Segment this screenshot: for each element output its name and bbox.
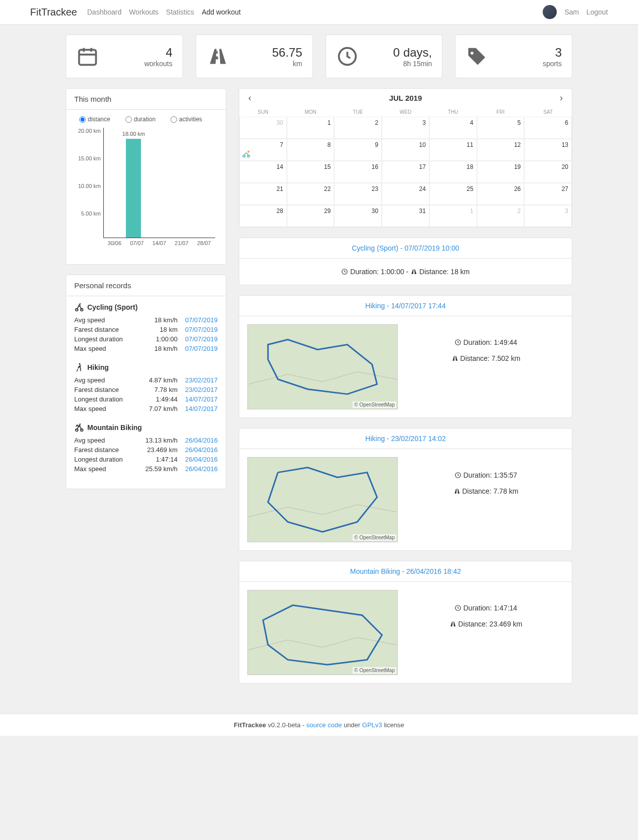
record-date: 14/07/2017: [178, 395, 218, 403]
cal-cell[interactable]: 26: [477, 183, 525, 205]
cal-cell[interactable]: 21: [239, 183, 287, 205]
footer-source-link[interactable]: source code: [306, 721, 342, 729]
record-date-link[interactable]: 14/07/2017: [185, 405, 218, 412]
cal-cell[interactable]: 19: [477, 161, 525, 183]
cal-cell[interactable]: 20: [524, 161, 572, 183]
nav-statistics[interactable]: Statistics: [166, 8, 194, 16]
cal-cell[interactable]: 31: [382, 205, 429, 227]
record-row: Longest duration1:47:1426/04/2016: [74, 455, 218, 464]
nav-right: Sam Logout: [543, 5, 608, 19]
workout-title-link[interactable]: Hiking - 23/02/2017 14:02: [365, 435, 445, 443]
record-date-link[interactable]: 07/07/2019: [185, 345, 218, 352]
radio-duration[interactable]: duration: [125, 116, 155, 123]
svg-rect-0: [79, 50, 96, 65]
cycling-icon: [242, 149, 251, 158]
cal-cell[interactable]: 14: [239, 161, 287, 183]
record-date-link[interactable]: 26/04/2016: [185, 446, 218, 454]
cal-cell[interactable]: 16: [334, 161, 382, 183]
record-value: 18 km: [137, 326, 178, 333]
cal-cell[interactable]: 30: [239, 117, 287, 139]
cal-cell[interactable]: 11: [429, 139, 477, 161]
chart-radio-row: distance duration activities: [74, 116, 218, 123]
record-date-link[interactable]: 07/07/2019: [185, 326, 218, 333]
record-date-link[interactable]: 07/07/2019: [185, 335, 218, 343]
stat-sports: 3 sports: [455, 35, 572, 78]
svg-point-11: [247, 150, 250, 153]
cal-prev[interactable]: ‹: [245, 93, 254, 103]
cal-cell[interactable]: 4: [429, 117, 477, 139]
record-date-link[interactable]: 26/04/2016: [185, 456, 218, 463]
cal-next[interactable]: ›: [557, 93, 566, 103]
nav-logout[interactable]: Logout: [586, 8, 608, 16]
record-row: Longest duration1:00:0007/07/2019: [74, 334, 218, 344]
cal-cell[interactable]: 10: [382, 139, 429, 161]
record-value: 23.469 km: [137, 446, 178, 454]
nav-add-workout[interactable]: Add workout: [202, 8, 241, 16]
svg-rect-13: [248, 325, 397, 409]
cal-cell[interactable]: 6: [524, 117, 572, 139]
cal-cell[interactable]: 3: [382, 117, 429, 139]
workout-map[interactable]: © OpenStreetMap: [247, 324, 398, 409]
svg-point-8: [79, 424, 81, 425]
avatar[interactable]: [543, 5, 557, 19]
record-date-link[interactable]: 23/02/2017: [185, 376, 218, 384]
workout-title-link[interactable]: Cycling (Sport) - 07/07/2019 10:00: [352, 244, 459, 252]
cal-cell[interactable]: 27: [524, 183, 572, 205]
record-date-link[interactable]: 14/07/2017: [185, 395, 218, 403]
cal-cell[interactable]: 5: [477, 117, 525, 139]
nav-workouts[interactable]: Workouts: [129, 8, 158, 16]
month-chart-card: This month distance duration activities …: [66, 88, 226, 265]
stat-distance-value: 56.75: [272, 46, 302, 60]
record-metric: Farest distance: [74, 326, 137, 333]
cal-cell[interactable]: 22: [287, 183, 335, 205]
record-value: 4.87 km/h: [137, 376, 178, 384]
cal-cell[interactable]: 30: [334, 205, 382, 227]
brand[interactable]: FitTrackee: [30, 7, 77, 18]
cal-cell[interactable]: 9: [334, 139, 382, 161]
records-title: Personal records: [66, 275, 226, 296]
svg-point-4: [79, 303, 81, 305]
record-metric: Max speed: [74, 465, 137, 473]
workout-title-link[interactable]: Mountain Biking - 26/04/2016 18:42: [350, 567, 461, 575]
cal-cell[interactable]: 2: [477, 205, 525, 227]
map-credit: © OpenStreetMap: [353, 534, 396, 541]
cal-cell[interactable]: 24: [382, 183, 429, 205]
cal-cell[interactable]: 2: [334, 117, 382, 139]
record-date: 26/04/2016: [178, 437, 218, 444]
record-date-link[interactable]: 26/04/2016: [185, 465, 218, 473]
cal-cell[interactable]: 8: [287, 139, 335, 161]
stat-distance-label: km: [272, 60, 302, 68]
cal-cell[interactable]: 18: [429, 161, 477, 183]
cal-cell[interactable]: 1: [287, 117, 335, 139]
nav-user[interactable]: Sam: [564, 8, 579, 16]
workout-map[interactable]: © OpenStreetMap: [247, 457, 398, 542]
radio-distance[interactable]: distance: [79, 116, 110, 123]
cal-cell[interactable]: 1: [429, 205, 477, 227]
cal-cell[interactable]: 23: [334, 183, 382, 205]
cal-cell[interactable]: 28: [239, 205, 287, 227]
record-value: 25.59 km/h: [137, 465, 178, 473]
record-date-link[interactable]: 07/07/2019: [185, 316, 218, 324]
nav-dashboard[interactable]: Dashboard: [87, 8, 122, 16]
footer-license-link[interactable]: GPLv3: [362, 721, 382, 729]
cal-cell[interactable]: 29: [287, 205, 335, 227]
workout-map[interactable]: © OpenStreetMap: [247, 590, 398, 675]
cal-cell[interactable]: 3: [524, 205, 572, 227]
records-card: Personal records Cycling (Sport)Avg spee…: [66, 275, 226, 489]
record-date-link[interactable]: 23/02/2017: [185, 386, 218, 393]
radio-activities[interactable]: activities: [171, 116, 202, 123]
sport-icon: [74, 302, 84, 312]
cal-cell[interactable]: 7: [239, 139, 287, 161]
cal-cell[interactable]: 12: [477, 139, 525, 161]
cal-cell[interactable]: 17: [382, 161, 429, 183]
cal-cell[interactable]: 13: [524, 139, 572, 161]
cal-cell[interactable]: 25: [429, 183, 477, 205]
stat-workouts: 4 workouts: [66, 35, 183, 78]
chart-y-axis: 20.00 km 15.00 km 10.00 km 5.00 km: [74, 128, 102, 238]
record-date-link[interactable]: 26/04/2016: [185, 437, 218, 444]
cal-cell[interactable]: 15: [287, 161, 335, 183]
cal-dayname: SUN: [239, 107, 287, 117]
cal-dayname: WED: [382, 107, 429, 117]
workout-title-link[interactable]: Hiking - 14/07/2017 17:44: [365, 302, 445, 310]
record-metric: Longest duration: [74, 456, 137, 463]
